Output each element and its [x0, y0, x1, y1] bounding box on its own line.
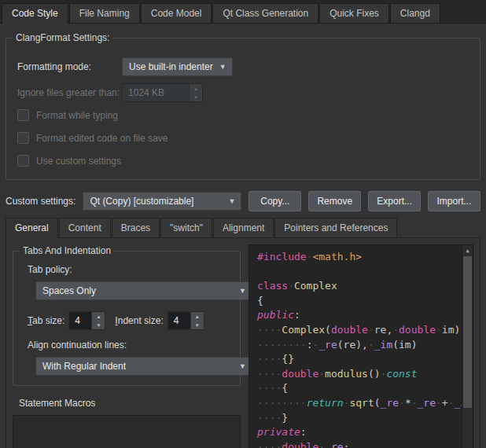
formatting-mode-select[interactable]: Use built-in indenter ▼	[122, 57, 233, 76]
tab-policy-label: Tab policy:	[28, 264, 232, 275]
import-button[interactable]: Import...	[428, 191, 480, 211]
code-line	[257, 265, 457, 280]
code-line: ····double·modulus()·const	[257, 367, 457, 382]
tabs-indentation-group-title: Tabs And Indentation	[20, 245, 114, 256]
style-options-column: Tabs And Indentation Tab policy: Spaces …	[13, 244, 241, 448]
ignore-files-row: Ignore files greater than: 1024 KB ▲ ▼	[17, 83, 469, 102]
align-continuation-value: With Regular Indent	[42, 361, 126, 372]
settings-tabbar: Code Style File Naming Code Model Qt Cla…	[0, 0, 486, 24]
export-button[interactable]: Export...	[368, 191, 421, 211]
code-preview: #include·<math.h> class·Complex{public:·…	[249, 244, 473, 448]
spin-down-button[interactable]: ▼	[92, 321, 105, 329]
custom-settings-value: Qt (Copy) [customizable]	[90, 196, 193, 207]
checkbox-label: Format while typing	[36, 110, 118, 121]
code-line: ········:·_re(re),·_im(im)	[257, 338, 457, 353]
tab-code-style[interactable]: Code Style	[2, 3, 68, 23]
tab-clangd[interactable]: Clangd	[390, 3, 440, 23]
code-line: ····{	[257, 381, 457, 396]
code-line: public:	[257, 308, 457, 323]
code-line: ····Complex(double·re,·double·im)	[257, 323, 457, 338]
tab-alignment[interactable]: Alignment	[213, 218, 274, 237]
chevron-down-icon: ▼	[239, 362, 246, 370]
custom-settings-select[interactable]: Qt (Copy) [customizable] ▼	[83, 192, 241, 211]
chevron-down-icon: ▼	[239, 287, 246, 295]
code-line: {	[257, 294, 457, 309]
clangformat-group-title: ClangFormat Settings:	[13, 32, 112, 43]
use-custom-settings-checkbox[interactable]: Use custom settings	[17, 155, 469, 167]
tab-size-value: 4	[69, 312, 91, 329]
tab-braces[interactable]: Braces	[112, 218, 160, 237]
align-continuation-label: Align continuation lines:	[28, 340, 232, 351]
tab-general[interactable]: General	[6, 218, 58, 237]
tab-size-label: Tab size:	[28, 315, 64, 326]
tabs-indentation-group: Tabs And Indentation Tab policy: Spaces …	[13, 251, 241, 386]
checkbox-icon	[17, 132, 29, 144]
format-while-typing-checkbox[interactable]: Format while typing	[17, 109, 469, 121]
scrollbar-thumb[interactable]	[463, 256, 472, 408]
chevron-down-icon: ▼	[219, 63, 226, 71]
custom-settings-label: Custom settings:	[6, 196, 75, 207]
ignore-files-spinbox[interactable]: 1024 KB ▲ ▼	[122, 83, 203, 102]
code-line: #include·<math.h>	[257, 250, 457, 265]
tab-content[interactable]: Content	[59, 218, 111, 237]
code-line: ····{}	[257, 352, 457, 367]
cpp-settings-window: Code Style File Naming Code Model Qt Cla…	[0, 0, 486, 448]
format-on-save-checkbox[interactable]: Format edited code on file save	[17, 132, 469, 144]
formatting-mode-row: Formatting mode: Use built-in indenter ▼	[17, 57, 469, 76]
copy-button[interactable]: Copy...	[249, 191, 301, 211]
spin-buttons: ▲ ▼	[189, 84, 202, 101]
indent-size-spinbox[interactable]: 4 ▲ ▼	[168, 311, 204, 330]
tab-size-spinbox[interactable]: 4 ▲ ▼	[68, 311, 105, 330]
checkbox-icon	[17, 155, 29, 167]
scroll-up-button[interactable]: ▲	[462, 245, 473, 255]
remove-button[interactable]: Remove	[308, 191, 361, 211]
tab-policy-value: Spaces Only	[42, 285, 96, 296]
indent-size-value: 4	[168, 312, 190, 329]
ignore-files-value: 1024 KB	[123, 84, 189, 101]
code-style-tabbar: General Content Braces "switch" Alignmen…	[6, 218, 480, 237]
formatting-mode-label: Formatting mode:	[17, 61, 122, 72]
checkbox-icon	[17, 109, 29, 121]
spin-up-button[interactable]: ▲	[191, 312, 204, 321]
custom-settings-row: Custom settings: Qt (Copy) [customizable…	[6, 191, 480, 211]
tab-qt-class-generation[interactable]: Qt Class Generation	[212, 3, 318, 23]
code-style-frame: Tabs And Indentation Tab policy: Spaces …	[6, 237, 480, 448]
tab-policy-select[interactable]: Spaces Only ▼	[35, 281, 252, 300]
sizes-row: Tab size: 4 ▲ ▼ Indent size: 4 ▲	[28, 311, 232, 330]
clangformat-settings-group: ClangFormat Settings: Formatting mode: U…	[6, 38, 480, 180]
code-line: ····}	[257, 411, 457, 426]
spin-up-button[interactable]: ▲	[190, 84, 202, 93]
spin-buttons: ▲ ▼	[190, 312, 204, 329]
tab-pointers-references[interactable]: Pointers and References	[274, 218, 397, 237]
code-line: ····double·_re;	[257, 440, 457, 448]
tab-file-naming[interactable]: File Naming	[69, 3, 140, 23]
statement-macros-textarea[interactable]	[13, 415, 241, 448]
code-line: class·Complex	[257, 279, 457, 294]
checkbox-label: Use custom settings	[36, 156, 121, 167]
spin-up-button[interactable]: ▲	[92, 312, 105, 321]
spin-buttons: ▲ ▼	[91, 312, 105, 329]
code-lines: #include·<math.h> class·Complex{public:·…	[249, 245, 473, 448]
spin-down-button[interactable]: ▼	[191, 321, 204, 329]
code-line: private:	[257, 425, 457, 440]
code-line: ········return·sqrt(_re·*·_re·+·_i	[257, 396, 457, 411]
ignore-files-label: Ignore files greater than:	[17, 87, 122, 98]
formatting-mode-value: Use built-in indenter	[129, 61, 213, 72]
tab-quick-fixes[interactable]: Quick Fixes	[319, 3, 389, 23]
statement-macros-label: Statement Macros	[19, 398, 241, 409]
indent-size-label: Indent size:	[115, 315, 163, 326]
tab-switch[interactable]: "switch"	[160, 218, 212, 237]
scrollbar[interactable]: ▲ ▼	[462, 245, 473, 448]
tab-code-model[interactable]: Code Model	[141, 3, 212, 23]
spin-down-button[interactable]: ▼	[190, 93, 202, 101]
chevron-down-icon: ▼	[228, 197, 235, 205]
checkbox-label: Format edited code on file save	[36, 133, 168, 144]
align-continuation-select[interactable]: With Regular Indent ▼	[35, 357, 252, 376]
